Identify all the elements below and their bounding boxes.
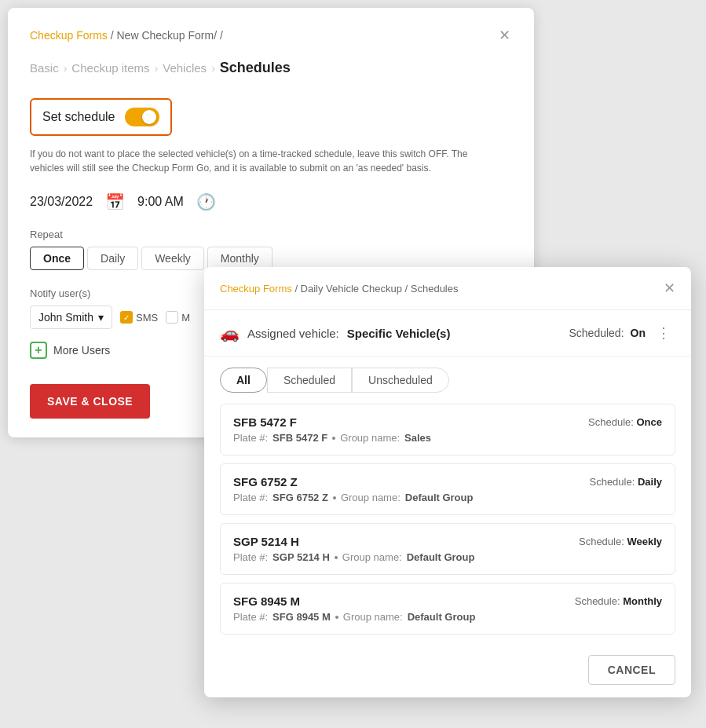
m-checkbox[interactable]: M <box>166 311 190 324</box>
filter-tabs: All Scheduled Unscheduled <box>204 357 691 404</box>
vehicle-schedule: Schedule: Daily <box>589 476 662 488</box>
set-schedule-row: Set schedule <box>30 98 172 136</box>
plate-label: Plate #: <box>233 432 268 444</box>
set-schedule-label: Set schedule <box>42 110 115 124</box>
vehicle-name: SFG 8945 M <box>233 594 300 608</box>
user-name: John Smith <box>38 311 93 324</box>
plate-label: Plate #: <box>233 492 268 503</box>
vehicle-schedule: Schedule: Once <box>588 416 662 428</box>
vehicle-details: Plate #:SFG 8945 M Group name:Default Gr… <box>233 611 662 623</box>
group-value: Default Group <box>405 492 474 503</box>
group-value: Default Group <box>407 551 475 563</box>
vehicle-info: 🚗 Assigned vehicle: Specific Vehicle(s) <box>220 324 450 342</box>
kebab-menu-button[interactable]: ⋮ <box>652 323 675 343</box>
step-schedules[interactable]: Schedules <box>220 60 291 76</box>
vehicle-car-icon: 🚗 <box>220 324 240 342</box>
repeat-daily[interactable]: Daily <box>87 247 138 270</box>
cancel-button[interactable]: CANCEL <box>588 655 675 685</box>
group-label: Group name: <box>342 551 402 563</box>
repeat-weekly[interactable]: Weekly <box>141 247 204 270</box>
plate-value: SFG 8945 M <box>273 611 331 623</box>
dot-separator <box>332 437 335 440</box>
group-label: Group name: <box>343 611 403 623</box>
repeat-once[interactable]: Once <box>30 247 84 270</box>
sep-1: › <box>64 62 68 75</box>
breadcrumb-link[interactable]: Checkup Forms <box>30 29 108 42</box>
filter-all[interactable]: All <box>220 368 267 393</box>
vehicle-name: SFG 6752 Z <box>233 475 298 488</box>
fg-breadcrumb: Checkup Forms / Daily Vehicle Checkup / … <box>220 283 459 294</box>
fg-modal-footer: CANCEL <box>204 642 691 697</box>
vehicle-item-top: SFG 8945 M Schedule: Monthly <box>233 594 662 608</box>
more-users-label: More Users <box>53 344 110 357</box>
vehicle-item: SGP 5214 H Schedule: Weekly Plate #:SGP … <box>220 523 675 575</box>
calendar-icon[interactable]: 📅 <box>105 192 125 211</box>
group-label: Group name: <box>341 492 401 503</box>
scheduled-label: Scheduled: <box>569 327 624 339</box>
plate-label: Plate #: <box>233 551 268 563</box>
filter-scheduled[interactable]: Scheduled <box>267 368 352 393</box>
vehicle-list: SFB 5472 F Schedule: Once Plate #:SFB 54… <box>204 404 691 635</box>
time-value[interactable]: 9:00 AM <box>137 195 184 209</box>
steps-nav: Basic › Checkup items › Vehicles › Sched… <box>30 60 512 76</box>
fg-close-button[interactable]: ✕ <box>664 280 675 297</box>
user-select[interactable]: John Smith ▾ <box>30 305 112 329</box>
group-value: Sales <box>404 432 431 444</box>
scheduled-on-value: On <box>631 327 646 339</box>
plate-label: Plate #: <box>233 611 268 623</box>
vehicle-item: SFG 8945 M Schedule: Monthly Plate #:SFG… <box>220 583 675 635</box>
step-vehicles[interactable]: Vehicles <box>163 61 207 75</box>
close-button[interactable]: ✕ <box>497 27 512 44</box>
vehicle-item-top: SFB 5472 F Schedule: Once <box>233 415 662 429</box>
fg-modal-header: Checkup Forms / Daily Vehicle Checkup / … <box>204 267 691 310</box>
vehicle-schedule: Schedule: Weekly <box>579 536 662 547</box>
sep-3: › <box>211 62 215 75</box>
sms-label: SMS <box>136 312 158 324</box>
breadcrumb-rest: / New Checkup Form/ / <box>111 29 223 42</box>
plate-value: SFB 5472 F <box>273 432 327 444</box>
bg-panel-header: Checkup Forms / New Checkup Form/ / ✕ <box>30 27 512 44</box>
group-label: Group name: <box>340 432 400 444</box>
set-schedule-toggle[interactable] <box>125 108 159 126</box>
filter-unscheduled[interactable]: Unscheduled <box>352 368 449 393</box>
step-checkup-items[interactable]: Checkup items <box>71 61 149 75</box>
toggle-thumb <box>142 110 156 124</box>
datetime-row: 23/03/2022 📅 9:00 AM 🕐 <box>30 192 512 211</box>
plus-icon: + <box>30 342 47 359</box>
sms-checkbox[interactable]: ✓ SMS <box>120 311 158 324</box>
vehicle-details: Plate #:SFG 6752 Z Group name:Default Gr… <box>233 492 662 503</box>
vehicle-item-top: SGP 5214 H Schedule: Weekly <box>233 535 662 548</box>
sms-check-icon: ✓ <box>120 311 133 324</box>
save-close-button[interactable]: SAVE & CLOSE <box>30 384 150 419</box>
fg-modal: Checkup Forms / Daily Vehicle Checkup / … <box>204 267 691 697</box>
vehicle-name: SFB 5472 F <box>233 415 297 429</box>
scheduled-badge: Scheduled: On ⋮ <box>569 323 675 343</box>
sep-2: › <box>155 62 159 75</box>
vehicle-item: SFG 6752 Z Schedule: Daily Plate #:SFG 6… <box>220 463 675 515</box>
clock-icon[interactable]: 🕐 <box>196 192 216 211</box>
date-value[interactable]: 23/03/2022 <box>30 195 93 209</box>
plate-value: SGP 5214 H <box>273 551 330 563</box>
dot-separator <box>335 556 338 559</box>
chevron-down-icon: ▾ <box>98 311 104 324</box>
repeat-label: Repeat <box>30 229 512 240</box>
step-basic[interactable]: Basic <box>30 61 59 75</box>
m-check-box <box>166 311 178 324</box>
m-label: M <box>181 312 190 324</box>
group-value: Default Group <box>408 611 476 623</box>
fg-breadcrumb-link[interactable]: Checkup Forms <box>220 283 292 294</box>
vehicle-assigned-row: 🚗 Assigned vehicle: Specific Vehicle(s) … <box>204 310 691 357</box>
vehicle-schedule: Schedule: Monthly <box>575 595 662 607</box>
plate-value: SFG 6752 Z <box>273 492 328 503</box>
vehicle-name: SGP 5214 H <box>233 535 299 548</box>
dot-separator <box>335 616 338 619</box>
info-text: If you do not want to place the selected… <box>30 147 485 175</box>
assigned-label: Assigned vehicle: <box>247 327 339 340</box>
breadcrumb: Checkup Forms / New Checkup Form/ / <box>30 29 223 42</box>
vehicle-item-top: SFG 6752 Z Schedule: Daily <box>233 475 662 488</box>
vehicle-details: Plate #:SFB 5472 F Group name:Sales <box>233 432 662 444</box>
vehicle-details: Plate #:SGP 5214 H Group name:Default Gr… <box>233 551 662 563</box>
dot-separator <box>333 496 336 499</box>
fg-breadcrumb-rest: / Daily Vehicle Checkup / Schedules <box>294 283 458 294</box>
vehicle-item: SFB 5472 F Schedule: Once Plate #:SFB 54… <box>220 404 675 455</box>
